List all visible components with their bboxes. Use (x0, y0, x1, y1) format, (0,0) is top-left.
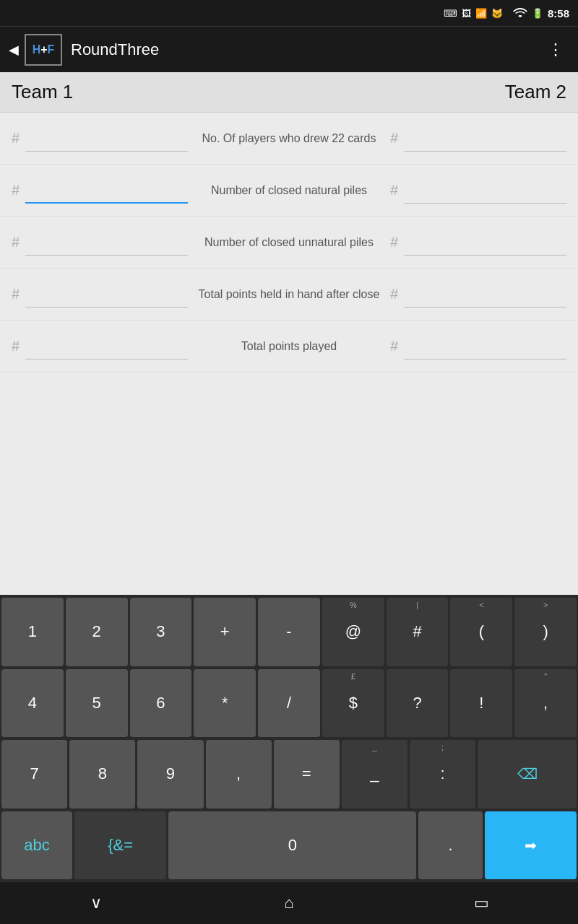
key-6[interactable]: 6 (130, 669, 192, 738)
team1-field-natural[interactable] (25, 178, 188, 204)
team2-input-natural: # (390, 178, 566, 204)
empty-space (0, 372, 578, 595)
label-natural-piles: Number of closed natural piles (188, 184, 390, 197)
team1-field-played[interactable] (25, 334, 188, 359)
enter-key[interactable]: ➡ (485, 811, 577, 880)
keyboard-row-1: 1 2 3 + - % @ | # < ( > ) (1, 598, 577, 666)
team1-field-players[interactable] (25, 126, 188, 152)
key-minus[interactable]: - (258, 598, 320, 666)
nav-home-button[interactable]: ⌂ (260, 889, 318, 918)
sym-key[interactable]: {&= (74, 811, 166, 880)
key-5[interactable]: 5 (66, 669, 128, 738)
keyboard-icon: ⌨ (444, 8, 457, 19)
app-bar: ◀ H+F RoundThree ⋮ (0, 26, 578, 72)
status-time: 8:58 (548, 7, 569, 19)
team2-label: Team 2 (505, 81, 566, 103)
app-logo: H+F (25, 34, 62, 66)
key-comma[interactable]: , (206, 740, 272, 808)
hash-icon-7: # (12, 286, 20, 302)
key-1[interactable]: 1 (1, 598, 64, 666)
key-4[interactable]: 4 (1, 669, 64, 738)
team1-field-hand[interactable] (25, 282, 188, 308)
rss-icon: 📶 (475, 8, 487, 19)
team2-field-hand[interactable] (404, 282, 566, 308)
hash-icon-3: # (12, 182, 20, 199)
team1-input-unnatural: # (12, 230, 188, 256)
status-bar: ⌨ 🖼 📶 🐱 🔋 8:58 (0, 0, 578, 26)
key-pipe-hash[interactable]: | # (387, 598, 449, 666)
nav-recents-button[interactable]: ▭ (453, 889, 511, 918)
hash-icon-8: # (390, 286, 398, 302)
keyboard-row-3: 7 8 9 , = _ _ ; : ⌫ (1, 740, 577, 808)
key-lt-lparen[interactable]: < ( (450, 598, 512, 666)
hash-icon-6: # (390, 234, 398, 250)
team2-field-natural[interactable] (404, 178, 566, 204)
app-title: RoundThree (71, 40, 542, 59)
key-gt-rparen[interactable]: > ) (514, 598, 577, 666)
nav-back-button[interactable]: ∨ (67, 889, 125, 918)
row-players-22: # No. Of players who drew 22 cards # (0, 113, 578, 165)
key-slash[interactable]: / (258, 669, 320, 738)
team2-field-played[interactable] (404, 334, 566, 359)
key-asterisk[interactable]: * (194, 669, 256, 738)
key-zero[interactable]: 0 (168, 811, 416, 880)
key-exclaim[interactable]: ! (450, 669, 512, 738)
key-pound-dollar[interactable]: £ $ (322, 669, 384, 738)
menu-icon[interactable]: ⋮ (542, 35, 569, 65)
team2-field-players[interactable] (404, 126, 566, 152)
key-question[interactable]: ? (387, 669, 449, 738)
hash-icon-2: # (390, 130, 398, 147)
team2-input-players: # (390, 126, 566, 152)
row-total-played: # Total points played # (0, 321, 578, 372)
team2-input-played: # (390, 334, 566, 359)
key-3[interactable]: 3 (130, 598, 192, 666)
team1-label: Team 1 (12, 81, 73, 103)
status-icons: ⌨ 🖼 📶 🐱 🔋 8:58 (444, 7, 569, 19)
content-area: # No. Of players who drew 22 cards # # N… (0, 113, 578, 595)
key-8[interactable]: 8 (69, 740, 135, 808)
hash-icon-9: # (12, 338, 20, 354)
battery-icon: 🔋 (532, 8, 543, 19)
key-9[interactable]: 9 (137, 740, 203, 808)
chevron-down-icon: ∨ (90, 894, 102, 912)
key-quote-comma[interactable]: " , (514, 669, 577, 738)
abc-key[interactable]: abc (1, 811, 72, 880)
team1-input-played: # (12, 334, 188, 359)
team2-field-unnatural[interactable] (404, 230, 566, 256)
home-icon: ⌂ (284, 894, 293, 912)
key-semi-colon[interactable]: ; : (410, 740, 475, 808)
label-points-hand: Total points held in hand after close (188, 288, 390, 301)
key-dash-underscore[interactable]: _ _ (342, 740, 407, 808)
hash-icon-1: # (12, 130, 20, 147)
hash-icon-10: # (390, 338, 398, 354)
team1-input-players: # (12, 126, 188, 152)
wifi-icon (513, 7, 527, 19)
key-equals[interactable]: = (274, 740, 340, 808)
keyboard: 1 2 3 + - % @ | # < ( > ) 4 5 6 * / £ $ … (0, 595, 578, 882)
back-arrow-icon[interactable]: ◀ (9, 42, 19, 58)
key-2[interactable]: 2 (66, 598, 128, 666)
key-plus[interactable]: + (194, 598, 256, 666)
backspace-key[interactable]: ⌫ (478, 740, 577, 808)
team1-field-unnatural[interactable] (25, 230, 188, 256)
label-total-played: Total points played (188, 340, 390, 353)
team1-input-hand: # (12, 282, 188, 308)
key-7[interactable]: 7 (1, 740, 67, 808)
cat-icon: 🐱 (491, 8, 503, 19)
hash-icon-4: # (390, 182, 398, 199)
keyboard-row-4: abc {&= 0 . ➡ (1, 811, 577, 880)
teams-header: Team 1 Team 2 (0, 72, 578, 113)
label-unnatural-piles: Number of closed unnatural piles (188, 236, 390, 249)
row-natural-piles: # Number of closed natural piles # (0, 165, 578, 217)
nav-bar: ∨ ⌂ ▭ (0, 882, 578, 924)
key-dot[interactable]: . (418, 811, 482, 880)
team2-input-unnatural: # (390, 230, 566, 256)
team1-input-natural: # (12, 178, 188, 204)
team2-input-hand: # (390, 282, 566, 308)
image-icon: 🖼 (462, 8, 471, 19)
label-players-22: No. Of players who drew 22 cards (188, 132, 390, 145)
row-points-hand: # Total points held in hand after close … (0, 269, 578, 321)
row-unnatural-piles: # Number of closed unnatural piles # (0, 217, 578, 269)
key-percent-at[interactable]: % @ (322, 598, 384, 666)
keyboard-row-2: 4 5 6 * / £ $ ? ! " , (1, 669, 577, 738)
